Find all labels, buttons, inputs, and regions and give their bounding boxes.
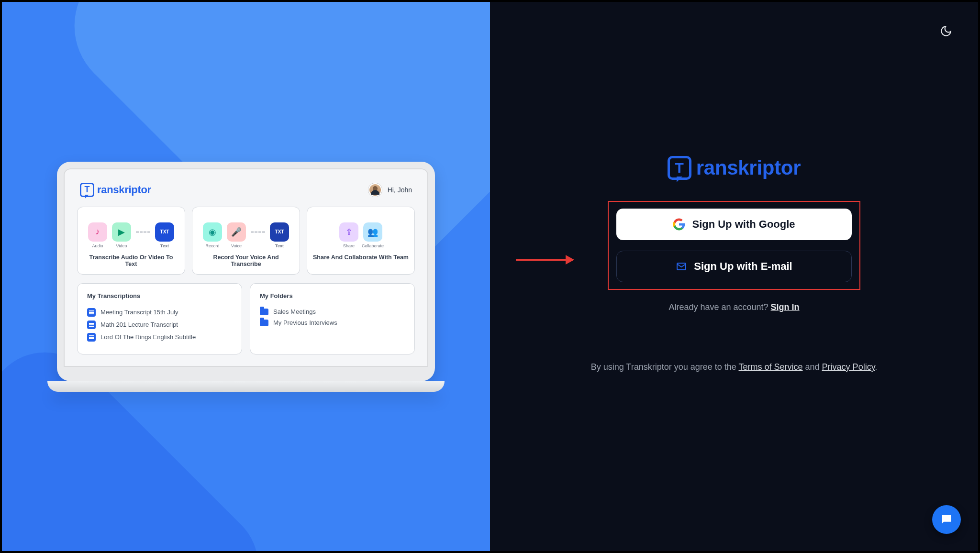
list-item-label: Math 201 Lecture Transcript xyxy=(100,321,178,328)
arrow-dots-icon xyxy=(136,232,150,232)
already-prefix: Already have an account? xyxy=(668,302,770,312)
list-item: Meeting Transcript 15th July xyxy=(87,306,232,319)
dashboard-header: T ranskriptor Hi, John xyxy=(77,183,415,197)
arrow-head-icon xyxy=(566,255,574,265)
card-icons: ♪Audio ▶Video TXTText xyxy=(83,215,179,249)
laptop-screen: T ranskriptor Hi, John ♪Audio ▶Video xyxy=(57,162,435,381)
terms-link[interactable]: Terms of Service xyxy=(739,362,803,372)
text-file-icon: TXTText xyxy=(270,222,289,242)
list-item: Lord Of The Rings English Subtitle xyxy=(87,331,232,343)
folder-icon xyxy=(260,320,268,326)
list-item-label: My Previous Interviews xyxy=(273,319,337,326)
mail-icon xyxy=(676,261,687,272)
svg-point-0 xyxy=(942,28,943,29)
logo-mark-icon: T xyxy=(668,156,691,180)
card-icons: ◉Record 🎤Voice TXTText xyxy=(198,215,294,249)
list-item: Sales Meetings xyxy=(260,306,405,317)
user-greeting: Hi, John xyxy=(368,183,412,197)
laptop-base xyxy=(47,381,445,392)
video-icon: ▶Video xyxy=(112,222,131,242)
list-item: My Previous Interviews xyxy=(260,317,405,328)
file-icon xyxy=(87,321,96,329)
laptop-mockup: T ranskriptor Hi, John ♪Audio ▶Video xyxy=(57,162,435,392)
collaborate-icon: 👥Collaborate xyxy=(363,222,382,242)
greeting-text: Hi, John xyxy=(388,186,412,194)
signup-panel: T ranskriptor Sign Up with Google Sign U… xyxy=(490,2,978,551)
already-have-account: Already have an account? Sign In xyxy=(668,302,799,312)
signup-email-button[interactable]: Sign Up with E-mail xyxy=(616,251,852,282)
theme-toggle-button[interactable] xyxy=(939,24,953,38)
card-title: Transcribe Audio Or Video To Text xyxy=(83,254,179,267)
google-icon xyxy=(673,218,685,231)
folders-list: My Folders Sales Meetings My Previous In… xyxy=(250,283,415,354)
logo-mark-icon: T xyxy=(80,183,94,197)
audio-icon: ♪Audio xyxy=(88,222,107,242)
logo-wordmark: ranskriptor xyxy=(97,184,151,196)
file-icon xyxy=(87,333,96,342)
dashboard-logo: T ranskriptor xyxy=(80,183,151,197)
signup-buttons-highlight: Sign Up with Google Sign Up with E-mail xyxy=(608,201,860,290)
text-file-icon: TXTText xyxy=(155,222,174,242)
chat-fab-button[interactable] xyxy=(932,505,961,534)
list-item-label: Meeting Transcript 15th July xyxy=(100,309,178,316)
signin-link[interactable]: Sign In xyxy=(771,302,800,312)
dashboard-lists: My Transcriptions Meeting Transcript 15t… xyxy=(77,283,415,354)
chat-icon xyxy=(940,513,953,526)
arrow-dots-icon xyxy=(251,232,265,232)
feature-card-share: ⇪Share 👥Collaborate Share And Collaborat… xyxy=(307,207,415,275)
list-item-label: Sales Meetings xyxy=(273,308,316,315)
marketing-panel: T ranskriptor Hi, John ♪Audio ▶Video xyxy=(2,2,490,551)
feature-card-record: ◉Record 🎤Voice TXTText Record Your Voice… xyxy=(192,207,300,275)
legal-text: By using Transkriptor you agree to the T… xyxy=(591,362,878,372)
privacy-link[interactable]: Privacy Policy xyxy=(822,362,875,372)
logo-wordmark: ranskriptor xyxy=(696,156,801,179)
transcriptions-list: My Transcriptions Meeting Transcript 15t… xyxy=(77,283,242,354)
avatar-icon xyxy=(368,183,382,197)
file-icon xyxy=(87,308,96,317)
button-label: Sign Up with Google xyxy=(692,218,795,231)
record-icon: ◉Record xyxy=(203,222,222,242)
app-frame: T ranskriptor Hi, John ♪Audio ▶Video xyxy=(0,0,980,553)
moon-icon xyxy=(940,25,952,37)
legal-and: and xyxy=(803,362,822,372)
card-icons: ⇪Share 👥Collaborate xyxy=(313,215,409,249)
list-item: Math 201 Lecture Transcript xyxy=(87,319,232,331)
brand-logo: T ranskriptor xyxy=(668,156,801,180)
annotation-arrow xyxy=(516,259,573,261)
card-title: Share And Collaborate With Team xyxy=(313,254,409,261)
list-title: My Transcriptions xyxy=(87,292,232,299)
list-item-label: Lord Of The Rings English Subtitle xyxy=(100,333,196,341)
feature-card-transcribe: ♪Audio ▶Video TXTText Transcribe Audio O… xyxy=(77,207,185,275)
button-label: Sign Up with E-mail xyxy=(694,260,792,273)
signup-google-button[interactable]: Sign Up with Google xyxy=(616,209,852,240)
list-title: My Folders xyxy=(260,292,405,299)
share-icon: ⇪Share xyxy=(339,222,358,242)
svg-point-1 xyxy=(944,26,945,27)
folder-icon xyxy=(260,309,268,315)
microphone-icon: 🎤Voice xyxy=(227,222,246,242)
arrow-line xyxy=(516,259,573,261)
feature-cards: ♪Audio ▶Video TXTText Transcribe Audio O… xyxy=(77,207,415,275)
legal-prefix: By using Transkriptor you agree to the xyxy=(591,362,739,372)
legal-suffix: . xyxy=(875,362,877,372)
card-title: Record Your Voice And Transcribe xyxy=(198,254,294,267)
